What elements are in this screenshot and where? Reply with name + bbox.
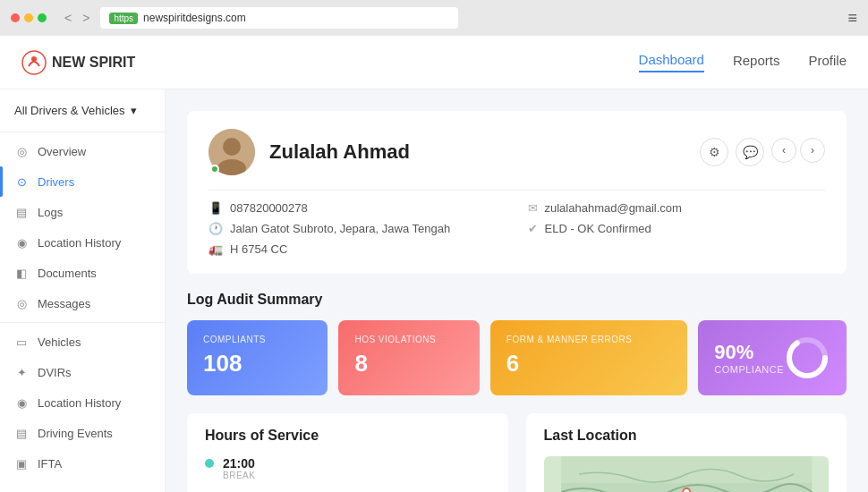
sidebar-divider-2: [0, 322, 165, 323]
email-value: zulalahahmad@gmail.com: [545, 201, 682, 215]
overview-icon: ◎: [14, 144, 29, 158]
drivers-icon: ⊙: [14, 174, 29, 189]
nav-dashboard[interactable]: Dashboard: [639, 52, 704, 72]
sidebar-label-overview: Overview: [38, 145, 86, 158]
audit-grid: COMPLIANTS 108 HOS VIOLATIONS 8 FORM & M…: [187, 320, 847, 395]
driver-name: Zulalah Ahmad: [269, 140, 410, 164]
audit-title: Log Audit Summary: [187, 292, 847, 308]
sidebar-label-documents: Documents: [38, 267, 97, 280]
profile-details: 📱 087820000278 ✉ zulalahahmad@gmail.com …: [208, 201, 825, 256]
logo-text: NEW SPIRIT: [52, 55, 135, 71]
next-button[interactable]: ›: [800, 138, 825, 163]
eld-detail: ✔ ELD - OK Confirmed: [528, 222, 826, 235]
sidebar-label-drivers: Drivers: [38, 175, 74, 189]
svg-point-3: [223, 138, 241, 156]
audit-card-compliance: 90% COMPLIANCE: [698, 320, 847, 395]
form-value: 6: [506, 350, 671, 377]
dot-green: [38, 13, 47, 22]
nav-profile[interactable]: Profile: [808, 53, 847, 72]
online-indicator: [210, 165, 219, 174]
sidebar-item-messages[interactable]: ◎ Messages: [0, 288, 165, 318]
sidebar-filter[interactable]: All Drivers & Vehicles ▾: [0, 104, 165, 128]
truck-detail: 🚛 H 6754 CC: [208, 242, 506, 256]
chat-button[interactable]: 💬: [736, 138, 764, 166]
compliants-value: 108: [203, 350, 311, 377]
compliance-text: 90% COMPLIANCE: [714, 341, 784, 375]
documents-icon: ◧: [14, 266, 29, 280]
sidebar-item-ifta[interactable]: ▣ IFTA: [0, 448, 165, 479]
main-content: Zulalah Ahmad ⚙ 💬 ‹ › 📱 087820000278: [166, 89, 868, 492]
nav-arrows: ‹ ›: [771, 138, 825, 166]
email-detail: ✉ zulalahahmad@gmail.com: [528, 201, 826, 215]
browser-chrome: < > https newspiritdesigns.com ≡: [0, 0, 868, 36]
audit-card-compliants: COMPLIANTS 108: [187, 320, 328, 395]
sidebar-label-logs: Logs: [38, 206, 63, 219]
sidebar-item-logs[interactable]: ▤ Logs: [0, 197, 165, 227]
sidebar-item-location-history[interactable]: ◉ Location History: [0, 227, 165, 258]
phone-value: 087820000278: [230, 201, 308, 215]
sidebar: All Drivers & Vehicles ▾ ◎ Overview ⊙ Dr…: [0, 89, 166, 492]
hos-time-1: 21:00: [223, 456, 255, 471]
dvirs-icon: ✦: [14, 365, 29, 379]
address-bar[interactable]: https newspiritdesigns.com: [100, 7, 458, 29]
bottom-grid: Hours of Service 21:00 BREAK 35:00: [187, 413, 847, 492]
main-layout: All Drivers & Vehicles ▾ ◎ Overview ⊙ Dr…: [0, 89, 868, 492]
sidebar-item-documents[interactable]: ◧ Documents: [0, 258, 165, 288]
hos-detail-1: 21:00 BREAK: [223, 456, 255, 480]
forward-button[interactable]: >: [79, 9, 93, 27]
audit-card-form: FORM & MANNER ERRORS 6: [490, 320, 687, 395]
hos-entry-1: 21:00 BREAK: [205, 456, 490, 480]
sidebar-label-location-v: Location History: [38, 396, 121, 410]
sidebar-item-vehicles[interactable]: ▭ Vehicles: [0, 327, 165, 357]
truck-icon: 🚛: [208, 242, 223, 256]
svg-point-1: [31, 56, 37, 62]
phone-icon: 📱: [208, 201, 223, 215]
sidebar-item-overview[interactable]: ◎ Overview: [0, 136, 165, 166]
back-button[interactable]: <: [61, 9, 75, 27]
clock-icon: 🕐: [208, 222, 223, 235]
eld-value: ELD - OK Confirmed: [545, 222, 651, 235]
https-badge: https: [109, 13, 138, 24]
nav-reports[interactable]: Reports: [733, 53, 780, 72]
sidebar-item-driving-events[interactable]: ▤ Driving Events: [0, 418, 165, 448]
dot-yellow: [24, 13, 33, 22]
settings-button[interactable]: ⚙: [700, 138, 728, 166]
email-icon: ✉: [528, 201, 538, 215]
browser-menu-button[interactable]: ≡: [847, 9, 857, 28]
form-label: FORM & MANNER ERRORS: [506, 335, 671, 344]
compliance-wrap: 90% COMPLIANCE: [714, 335, 830, 381]
sidebar-label-vehicles: Vehicles: [38, 335, 81, 349]
phone-detail: 📱 087820000278: [208, 201, 506, 215]
hos-value: 8: [354, 350, 463, 377]
location-v-icon: ◉: [14, 395, 29, 410]
avatar-wrap: [208, 129, 255, 175]
compliance-donut: [784, 335, 830, 381]
browser-nav: < >: [61, 9, 93, 27]
logs-icon: ▤: [14, 205, 29, 219]
hos-dot-1: [205, 459, 214, 468]
vehicles-icon: ▭: [14, 335, 29, 349]
sidebar-item-location-history-v[interactable]: ◉ Location History: [0, 387, 165, 418]
sidebar-divider: [0, 131, 165, 132]
hos-entries: 21:00 BREAK 35:00: [205, 456, 490, 492]
url-text: newspiritdesigns.com: [143, 12, 246, 24]
nav-links: Dashboard Reports Profile: [639, 52, 847, 72]
audit-section: Log Audit Summary COMPLIANTS 108 HOS VIO…: [187, 292, 847, 395]
logo: NEW SPIRIT: [21, 50, 135, 75]
location-icon: ◉: [14, 235, 29, 250]
messages-icon: ◎: [14, 296, 29, 310]
address-detail: 🕐 Jalan Gatot Subroto, Jepara, Jawa Teng…: [208, 222, 506, 235]
hos-title: Hours of Service: [205, 428, 490, 444]
sidebar-label-location: Location History: [38, 236, 121, 250]
sidebar-item-drivers[interactable]: ⊙ Drivers: [0, 166, 165, 197]
hos-card: Hours of Service 21:00 BREAK 35:00: [187, 413, 508, 492]
address-value: Jalan Gatot Subroto, Jepara, Jawa Tengah: [230, 222, 450, 235]
sidebar-item-dvirs[interactable]: ✦ DVIRs: [0, 357, 165, 387]
sidebar-label-messages: Messages: [38, 297, 90, 310]
chevron-down-icon: ▾: [131, 104, 137, 117]
sidebar-label-dvirs: DVIRs: [38, 366, 72, 379]
sidebar-label-driving-events: Driving Events: [38, 427, 113, 440]
sidebar-label-ifta: IFTA: [38, 457, 62, 471]
profile-card: Zulalah Ahmad ⚙ 💬 ‹ › 📱 087820000278: [187, 111, 847, 274]
prev-button[interactable]: ‹: [771, 138, 796, 163]
